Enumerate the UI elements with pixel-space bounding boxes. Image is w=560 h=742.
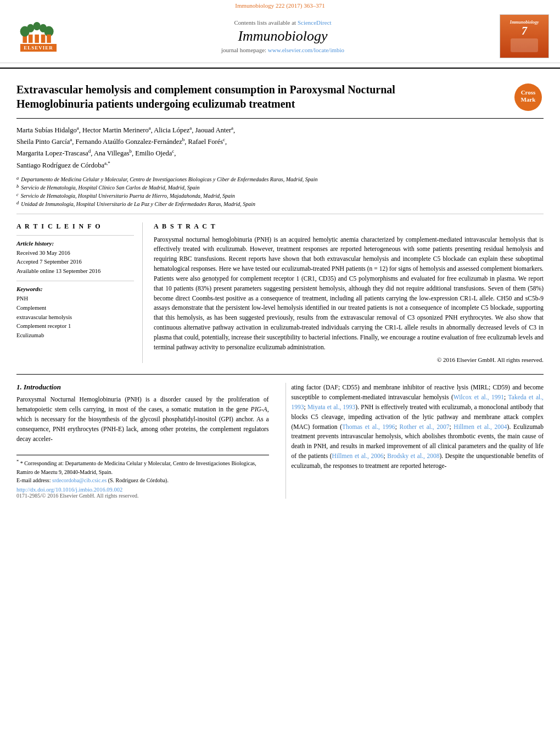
corresponding-note: * * Corresponding at: Departamento de Me…: [16, 459, 269, 476]
right-column: ating factor (DAF; CD55) and membrane in…: [285, 383, 544, 498]
svg-rect-3: [29, 34, 33, 42]
accepted-date: Accepted 7 September 2016: [16, 258, 134, 267]
history-label: Article history:: [16, 240, 134, 247]
elsevier-label: ELSEVIER: [20, 44, 57, 52]
author-margarita: Margarita Lopez-Trascasad, Ana Villegasb…: [16, 149, 176, 157]
crossmark-icon[interactable]: Cross Mark: [513, 82, 544, 113]
article-info-heading: A R T I C L E I N F O: [16, 222, 134, 231]
header-center: Contents lists available at ScienceDirec…: [66, 19, 500, 53]
divider: [16, 235, 134, 236]
journal-cover-text: Immunobiology 7: [509, 19, 540, 54]
homepage-line: journal homepage: www.elsevier.com/locat…: [66, 47, 500, 53]
footnote-area: * * Corresponding at: Departamento de Me…: [16, 455, 269, 498]
aff-c: cServicio de Hematología, Hospital Unive…: [16, 192, 544, 200]
svg-point-2: [27, 24, 34, 32]
keyword-eculizumab: Eculizumab: [16, 331, 134, 341]
article-body: A R T I C L E I N F O Article history: R…: [16, 222, 544, 364]
authors: Marta Subías Hidalgoa, Hector Martin Mer…: [16, 124, 544, 171]
ref-hillmen2004[interactable]: Hillmen et al., 2004: [453, 423, 507, 430]
issn-text: 0171-2985/© 2016 Elsevier GmbH. All righ…: [16, 493, 269, 499]
ref-miyata[interactable]: Miyata et al., 1993: [307, 404, 355, 410]
ref-thomas[interactable]: Thomas et al., 1996: [342, 423, 395, 430]
keywords-label: Keywords:: [16, 286, 134, 292]
available-date: Available online 13 September 2016: [16, 267, 134, 276]
svg-rect-7: [41, 34, 46, 42]
main-columns: 1. Introduction Paroxysmal Nocturnal Hem…: [16, 374, 544, 498]
ref-rother[interactable]: Rother et al., 2007: [400, 423, 450, 430]
contents-available: Contents lists available at ScienceDirec…: [66, 19, 500, 26]
homepage-link[interactable]: www.elsevier.com/locate/imbio: [268, 47, 344, 53]
article-info: A R T I C L E I N F O Article history: R…: [16, 222, 143, 364]
divider2: [16, 281, 134, 281]
ref-hillmen2006[interactable]: Hillmen et al., 2006: [332, 453, 384, 459]
journal-ref: Immunobiology 222 (2017) 363–371: [0, 0, 560, 10]
svg-rect-9: [47, 34, 51, 42]
svg-text:Cross: Cross: [521, 89, 536, 96]
intro-heading: 1. Introduction: [16, 383, 269, 392]
aff-b: bServicio de Hematología, Hospital Clíni…: [16, 183, 544, 192]
article-header: Extravascular hemolysis and complement c…: [16, 82, 544, 119]
elsevier-logo: ELSEVIER: [11, 21, 66, 52]
aff-a: aDepartamento de Medicina Celular y Mole…: [16, 175, 544, 183]
keyword-cr1: Complement receptor 1: [16, 322, 134, 331]
journal-name: Immunobiology: [66, 28, 500, 44]
top-bar: ELSEVIER Contents lists available at Sci…: [0, 10, 560, 63]
svg-text:Mark: Mark: [521, 96, 536, 103]
aff-d: dUnidad de Inmunología, Hospital Univers…: [16, 200, 544, 208]
page-header: Immunobiology 222 (2017) 363–371 ELSEVIE…: [0, 0, 560, 69]
doi-link[interactable]: http://dx.doi.org/10.1016/j.imbio.2016.0…: [16, 487, 269, 493]
keyword-complement: Complement: [16, 304, 134, 313]
abstract-heading: A B S T R A C T: [154, 222, 544, 231]
abstract-text: Paroxysmal nocturnal hemoglobinuria (PNH…: [154, 235, 544, 353]
content: Extravascular hemolysis and complement c…: [0, 69, 560, 504]
page: Immunobiology 222 (2017) 363–371 ELSEVIE…: [0, 0, 560, 742]
keyword-extravascular: extravascular hemolysis: [16, 313, 134, 322]
sciencedirect-link[interactable]: ScienceDirect: [298, 19, 332, 26]
abstract-copyright: © 2016 Elsevier GmbH. All rights reserve…: [154, 356, 544, 363]
article-title: Extravascular hemolysis and complement c…: [16, 82, 467, 111]
intro-text: Paroxysmal Nocturnal Hemoglobinuria (PNH…: [16, 395, 269, 444]
ref-brodsky[interactable]: Brodsky et al., 2008: [387, 453, 439, 459]
left-column: 1. Introduction Paroxysmal Nocturnal Hem…: [16, 383, 275, 498]
svg-rect-5: [35, 34, 39, 42]
journal-cover: Immunobiology 7: [500, 14, 549, 58]
affiliations: aDepartamento de Medicina Celular y Mole…: [16, 175, 544, 214]
right-col-text: ating factor (DAF; CD55) and membrane in…: [292, 383, 544, 471]
email-link[interactable]: srdecordoba@cib.csic.es: [52, 477, 107, 483]
ref-wilcox[interactable]: Wilcox et al., 1991: [453, 394, 504, 400]
email-note: E-mail address: srdecordoba@cib.csic.es …: [16, 476, 269, 484]
keyword-pnh: PNH: [16, 294, 134, 304]
svg-point-4: [33, 22, 40, 30]
abstract-section: A B S T R A C T Paroxysmal nocturnal hem…: [154, 222, 544, 364]
author-santiago: Santiago Rodríguez de Córdobaa,*: [16, 161, 110, 169]
elsevier-tree-icon: [19, 22, 58, 44]
received-date: Received 30 May 2016: [16, 249, 134, 258]
author-marta: Marta Subías Hidalgoa, Hector Martin Mer…: [16, 126, 235, 134]
author-sheila: Sheila Pinto Garcíaa, Fernando Ataúlfo G…: [16, 138, 227, 146]
